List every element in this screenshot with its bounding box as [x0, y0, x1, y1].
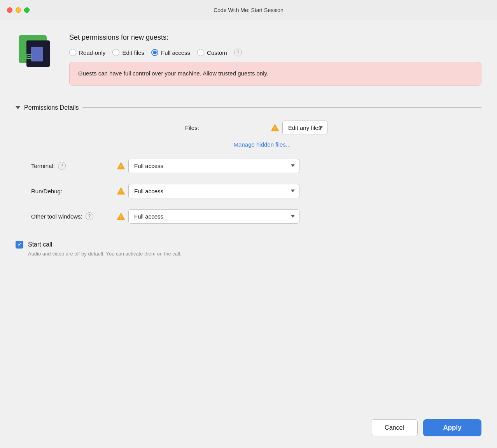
window-title: Code With Me: Start Session	[214, 7, 284, 13]
rundebug-warning-icon: !	[117, 187, 125, 195]
app-icon: ⊟	[16, 32, 58, 75]
warning-box: Guests can have full control over your m…	[69, 62, 481, 86]
svg-text:!: !	[274, 126, 276, 131]
radio-edit-files[interactable]: Edit files	[112, 49, 144, 56]
start-call-section: Start call Audio and video are off by de…	[16, 241, 481, 257]
radio-custom-label: Custom	[207, 49, 227, 56]
radio-edit-files-circle[interactable]	[112, 49, 119, 56]
terminal-warning-icon: !	[117, 161, 125, 170]
close-button[interactable]	[7, 7, 12, 13]
rundebug-label: Run/Debug:	[31, 188, 117, 194]
rundebug-select-container[interactable]: Full access Read-only No access	[128, 184, 299, 198]
other-tools-label: Other tool windows: ?	[31, 212, 117, 220]
permissions-header: Set permissions for new guests: Read-onl…	[69, 32, 481, 94]
start-call-label: Start call	[28, 241, 52, 248]
top-section: ⊟ Set permissions for new guests: Read-o…	[16, 32, 481, 94]
chevron-down-icon[interactable]	[16, 106, 20, 109]
terminal-select-container[interactable]: Full access Read-only No access	[128, 159, 299, 173]
svg-text:!: !	[120, 215, 122, 219]
files-warning-icon: !	[271, 123, 279, 132]
radio-read-only-label: Read-only	[79, 49, 105, 56]
files-row: Files: ! Edit any files Read-only No acc…	[185, 121, 327, 135]
terminal-help-icon[interactable]: ?	[58, 162, 66, 170]
dialog: ⊟ Set permissions for new guests: Read-o…	[0, 20, 497, 448]
radio-full-access-circle[interactable]	[151, 49, 158, 56]
files-select[interactable]: Edit any files Read-only No access	[282, 121, 327, 135]
svg-rect-2	[31, 47, 43, 61]
radio-custom[interactable]: Custom	[197, 49, 227, 56]
files-label: Files:	[185, 124, 271, 131]
button-row: Cancel Apply	[16, 410, 481, 436]
manage-hidden-files-link[interactable]: Manage hidden files...	[222, 141, 291, 148]
terminal-label: Terminal: ?	[31, 162, 117, 170]
other-tools-warning-icon: !	[117, 212, 125, 220]
titlebar: Code With Me: Start Session	[0, 0, 497, 20]
files-select-container[interactable]: Edit any files Read-only No access	[282, 121, 327, 135]
radio-read-only[interactable]: Read-only	[69, 49, 105, 56]
permissions-title: Set permissions for new guests:	[69, 33, 481, 42]
radio-read-only-circle[interactable]	[69, 49, 76, 56]
other-tools-select-container[interactable]: Full access Read-only No access	[128, 209, 299, 224]
cancel-button[interactable]: Cancel	[371, 419, 418, 436]
rundebug-permission-row: Run/Debug: ! Full access Read-only No ac…	[16, 184, 481, 198]
radio-full-access-label: Full access	[161, 49, 190, 56]
radio-full-access[interactable]: Full access	[151, 49, 190, 56]
other-tools-select[interactable]: Full access Read-only No access	[128, 209, 299, 224]
other-tools-permission-row: Other tool windows: ? ! Full access Read…	[16, 209, 481, 224]
help-icon[interactable]: ?	[234, 49, 242, 56]
other-tools-help-icon[interactable]: ?	[86, 212, 93, 220]
svg-text:!: !	[120, 164, 122, 169]
radio-group: Read-only Edit files Full access Custom	[69, 49, 481, 56]
start-call-row: Start call	[16, 241, 481, 248]
start-call-checkbox[interactable]	[16, 241, 23, 248]
rundebug-select[interactable]: Full access Read-only No access	[128, 184, 299, 198]
radio-edit-files-label: Edit files	[122, 49, 144, 56]
terminal-permission-row: Terminal: ? ! Full access Read-only No a…	[16, 159, 481, 173]
permissions-details: Permissions Details Files: ! Edit any fi…	[16, 104, 481, 234]
svg-text:⊟: ⊟	[26, 51, 32, 61]
section-divider	[82, 107, 481, 108]
radio-custom-circle[interactable]	[197, 49, 204, 56]
maximize-button[interactable]	[24, 7, 30, 13]
files-permission-row: Files: ! Edit any files Read-only No acc…	[16, 121, 481, 148]
terminal-select[interactable]: Full access Read-only No access	[128, 159, 299, 173]
section-header: Permissions Details	[16, 104, 481, 111]
minimize-button[interactable]	[16, 7, 21, 13]
section-title: Permissions Details	[24, 104, 79, 111]
start-call-description: Audio and video are off by default. You …	[16, 251, 481, 257]
svg-text:!: !	[120, 189, 122, 194]
traffic-lights	[7, 7, 30, 13]
warning-text: Guests can have full control over your m…	[78, 70, 268, 77]
apply-button[interactable]: Apply	[423, 419, 481, 436]
